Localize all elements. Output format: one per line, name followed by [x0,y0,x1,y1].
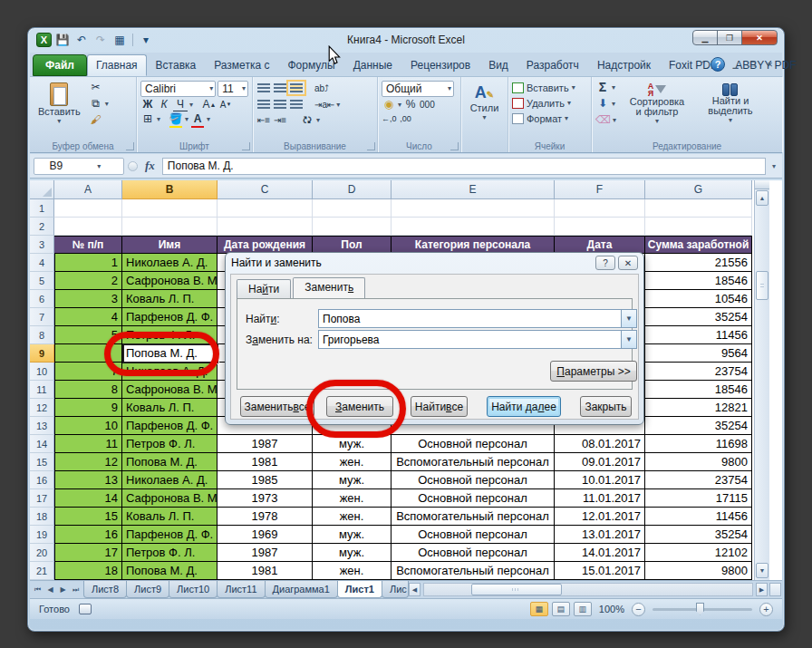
page-break-view-icon[interactable]: ▥ [574,602,592,616]
replace-all-button[interactable]: Заменить все [240,396,314,417]
scroll-up-icon[interactable]: ▲ [756,190,768,206]
increase-decimal-icon[interactable]: ←,0 [382,111,397,126]
fill-color-icon[interactable]: 🪣 [169,111,183,126]
close-dialog-button[interactable]: Закрыть [580,396,632,417]
cell-E14[interactable]: Основной персонал [392,435,555,453]
cell-A16[interactable]: 13 [54,471,122,489]
cell-D3[interactable]: Пол [313,236,392,254]
cell-B19[interactable]: Парфенов Д. Ф. [122,526,218,544]
cell-G13[interactable]: 35254 [645,417,752,435]
prev-sheet-icon[interactable]: ◀ [44,585,56,594]
formula-input[interactable]: Попова М. Д. [162,158,766,175]
row-header-9[interactable]: 9 [30,344,54,363]
row-header-17[interactable]: 17 [30,489,54,508]
cell-G6[interactable]: 10546 [645,290,752,308]
align-middle-icon[interactable] [273,81,287,95]
cell-D15[interactable]: жен. [313,453,392,471]
cell-B5[interactable]: Сафронова В. М. [122,272,218,290]
row-header-15[interactable]: 15 [30,453,54,471]
cell-B1[interactable] [122,199,218,218]
ribbon-tab-5[interactable]: Данные [344,54,401,76]
row-header-13[interactable]: 13 [30,417,54,435]
cell-D2[interactable] [313,218,392,236]
cell-A8[interactable]: 5 [54,326,122,344]
borders-icon[interactable]: ⊞ [140,111,155,126]
cell-B18[interactable]: Коваль Л. П. [122,508,218,526]
align-right-icon[interactable] [289,97,304,111]
cell-B7[interactable]: Парфенов Д. Ф. [122,308,218,326]
find-next-button[interactable]: Найти далее [487,396,561,417]
cell-B17[interactable]: Сафронова В. М. [122,489,218,508]
cell-G1[interactable] [645,199,752,218]
cell-C16[interactable]: 1985 [218,471,313,489]
comma-style-icon[interactable]: 000 [420,97,435,111]
cell-A3[interactable]: № п/п [54,236,122,254]
cell-G20[interactable]: 12102 [645,544,752,562]
orientation-icon[interactable]: ab⤴ [314,81,329,95]
cell-A13[interactable]: 10 [54,417,122,435]
row-header-4[interactable]: 4 [30,254,54,272]
ribbon-tab-3[interactable]: Разметка с [205,54,278,76]
sheet-tab-Диаграмма1[interactable]: Диаграмма1 [265,581,338,598]
alignment-dialog-launcher[interactable] [367,142,375,150]
row-header-20[interactable]: 20 [30,544,54,562]
close-button[interactable]: ✕ [741,30,778,45]
cell-G3[interactable]: Сумма заработной [645,236,752,254]
cell-G5[interactable]: 18546 [645,272,752,290]
cell-C15[interactable]: 1981 [218,453,313,471]
cell-C21[interactable]: 1981 [218,562,313,580]
cell-F2[interactable] [555,218,645,236]
format-cells-button[interactable]: Формат▾ [512,111,587,126]
sort-filter-button[interactable]: АЯ Сортировка и фильтр▾ [622,80,692,127]
column-header-C[interactable]: C [218,180,313,199]
cell-B21[interactable]: Попова М. Д. [122,562,218,580]
clipboard-dialog-launcher[interactable] [126,142,134,150]
column-header-F[interactable]: F [555,180,645,199]
page-layout-view-icon[interactable]: ▤ [552,602,570,616]
sheet-tab-Лист10[interactable]: Лист10 [169,581,218,598]
cell-D14[interactable]: муж. [313,435,392,453]
cell-G15[interactable]: 9800 [645,453,752,471]
name-box[interactable]: B9▾ [34,158,124,175]
replace-combo[interactable]: Григорьева▼ [318,330,637,349]
cell-F15[interactable]: 09.01.2017 [555,453,645,471]
cell-G18[interactable]: 11456 [645,508,752,526]
cell-G17[interactable]: 17115 [645,489,752,508]
split-handle[interactable] [755,180,769,189]
cell-B9[interactable]: Попова М. Д. [122,344,218,363]
cell-A18[interactable]: 15 [54,508,122,526]
cell-G7[interactable]: 35254 [645,308,752,326]
cell-B6[interactable]: Коваль Л. П. [122,290,218,308]
align-left-icon[interactable] [256,97,271,111]
dialog-help-icon[interactable]: ? [595,256,615,270]
cell-C1[interactable] [218,199,313,218]
row-header-7[interactable]: 7 [30,308,54,326]
decrease-indent-icon[interactable]: ⇤≡ [256,113,271,128]
cell-A6[interactable]: 3 [54,290,122,308]
last-sheet-icon[interactable]: ⏭ [70,585,82,595]
font-color-icon[interactable]: А [190,111,205,126]
number-dialog-launcher[interactable] [450,142,459,150]
tab-split-handle[interactable] [769,583,781,596]
find-select-button[interactable]: Найти и выделить▾ [698,80,763,127]
horizontal-scroll-thumb[interactable] [471,584,562,595]
row-header-2[interactable]: 2 [30,218,54,236]
align-bottom-icon[interactable] [289,81,304,95]
cell-D17[interactable]: жен. [313,489,392,508]
row-header-14[interactable]: 14 [30,435,54,453]
cell-B11[interactable]: Сафронова В. М. [122,381,218,399]
cell-E18[interactable]: Вспомогательный персонал [392,508,555,526]
clear-icon[interactable]: ⌫ [595,112,611,127]
horizontal-scrollbar[interactable] [423,583,753,596]
book-minimize-icon[interactable]: ▁ [729,59,742,71]
cell-C20[interactable]: 1987 [218,544,313,562]
first-sheet-icon[interactable]: ⏮ [32,585,44,595]
find-all-button[interactable]: Найти все [411,396,468,417]
delete-cells-button[interactable]: Удалить▾ [512,95,587,111]
row-header-10[interactable]: 10 [30,363,54,381]
cell-D1[interactable] [313,199,392,218]
font-name-combo[interactable]: Calibri▾ [140,81,216,97]
cell-E16[interactable]: Основной персонал [392,471,555,489]
row-header-5[interactable]: 5 [30,272,54,290]
cell-A12[interactable]: 9 [54,399,122,417]
